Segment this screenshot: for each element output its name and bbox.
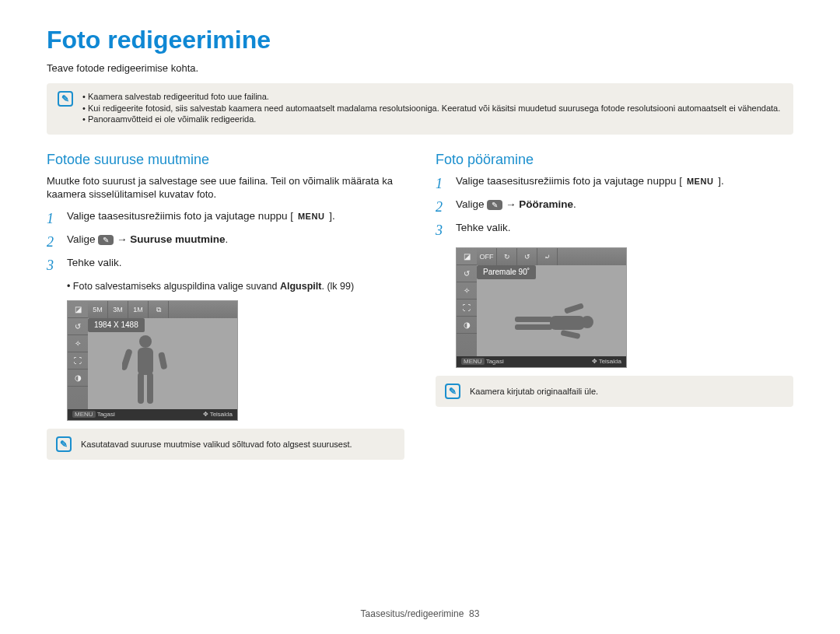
top-info-list: Kaamera salvestab redigeeritud foto uue … [82,91,780,126]
edit-icon: ✎ [487,200,502,211]
menu-chip: MENU [461,358,485,365]
svg-rect-10 [564,303,584,314]
rotate-note: ✎ Kaamera kirjutab originaalfaili üle. [436,376,793,407]
svg-rect-5 [158,352,167,370]
sidebar-icon: ✧ [68,335,88,352]
resize-section: Fotode suuruse muutmine Muutke foto suur… [47,150,404,460]
rotate-screenshot: ◪ ↺ ✧ ⛶ ◑ OFF ↻ ↺ ⤾ Paremale 90˚ [456,247,627,368]
menu-button[interactable]: MENU [293,211,329,222]
topbar-icon: 3M [108,301,128,318]
page-title: Foto redigeerimine [47,23,793,57]
svg-rect-7 [550,316,585,330]
svg-rect-9 [515,324,552,330]
sidebar-icon: ✧ [457,282,477,299]
sidebar-icon: ◪ [457,248,477,265]
page-footer: Taasesitus/redigeerimine 83 [0,608,840,620]
resize-topbar: 5M 3M 1M ⧉ [88,301,237,318]
person-silhouette [122,332,169,410]
resize-note: ✎ Kasutatavad suuruse muutmise valikud s… [47,429,404,460]
topbar-icon: 1M [128,301,149,318]
info-item: Kui redigeerite fotosid, siis salvestab … [82,103,780,114]
page-subtitle: Teave fotode redigeerimise kohta. [47,61,793,75]
step-text: Valige ✎ → Suuruse muutmine. [67,233,228,247]
sidebar-icon: ⛶ [68,352,88,370]
rotate-footbar: MENU Tagasi ✥ Teisalda [457,356,626,367]
step-number: 3 [47,256,59,275]
sidebar-icon: ◑ [68,370,88,387]
sidebar-icon: ↺ [68,318,88,335]
step-number: 3 [436,221,448,240]
svg-rect-8 [515,317,552,322]
svg-rect-11 [561,330,581,339]
resize-step-1: 1 Valige taasesitusrežiimis foto ja vaju… [47,209,404,228]
resize-bullet: Foto salvestamiseks alguspildina valige … [67,280,404,293]
svg-rect-2 [138,373,144,404]
topbar-icon: ↻ [497,248,517,265]
resize-size-label: 1984 X 1488 [88,318,145,332]
svg-rect-1 [138,348,153,375]
resize-heading: Fotode suuruse muutmine [47,150,404,169]
resize-footbar: MENU Tagasi ✥ Teisalda [68,409,237,420]
svg-rect-4 [122,349,133,371]
step-number: 2 [436,198,448,216]
step-text: Valige taasesitusrežiimis foto ja vajuta… [456,174,724,188]
step-text: Tehke valik. [456,221,511,235]
rotate-section: Foto pööramine 1 Valige taasesitusrežiim… [436,150,793,460]
menu-button[interactable]: MENU [682,176,718,187]
info-item: Panoraamvõtteid ei ole võimalik redigeer… [82,114,780,125]
step-number: 2 [47,233,59,251]
sidebar-icon: ◑ [457,317,477,334]
resize-screenshot: ◪ ↺ ✧ ⛶ ◑ 5M 3M 1M ⧉ 1984 X 1488 [67,300,238,421]
svg-point-0 [139,335,152,348]
sidebar-icon: ◪ [68,301,88,318]
sidebar-icon: ⛶ [457,299,477,317]
sidebar-icon: ↺ [457,265,477,282]
top-info-box: ✎ Kaamera salvestab redigeeritud foto uu… [47,83,793,135]
step-number: 1 [436,174,448,193]
rotate-label: Paremale 90˚ [477,265,536,279]
rotate-step-2: 2 Valige ✎ → Pööramine. [436,198,793,216]
svg-rect-3 [147,373,153,404]
step-number: 1 [47,209,59,228]
resize-desc: Muutke foto suurust ja salvestage see uu… [47,174,404,201]
rotate-step-3: 3 Tehke valik. [436,221,793,240]
rotate-heading: Foto pööramine [436,150,793,169]
topbar-icon: OFF [477,248,497,265]
topbar-icon: ⧉ [149,301,169,318]
rotate-sidebar: ◪ ↺ ✧ ⛶ ◑ [457,248,477,367]
pencil-icon: ✎ [445,384,460,399]
resize-step-2: 2 Valige ✎ → Suuruse muutmine. [47,233,404,251]
info-item: Kaamera salvestab redigeeritud foto uue … [82,91,780,103]
topbar-icon: ⤾ [537,248,558,265]
rotate-topbar: OFF ↻ ↺ ⤾ [477,248,626,265]
rotate-step-1: 1 Valige taasesitusrežiimis foto ja vaju… [436,174,793,193]
pencil-icon: ✎ [56,436,72,452]
edit-icon: ✎ [98,235,114,246]
resize-sidebar: ◪ ↺ ✧ ⛶ ◑ [68,301,88,420]
step-text: Valige ✎ → Pööramine. [456,198,576,212]
topbar-icon: 5M [88,301,108,318]
step-text: Valige taasesitusrežiimis foto ja vajuta… [67,209,335,223]
topbar-icon: ↺ [517,248,537,265]
step-text: Tehke valik. [67,256,122,270]
resize-step-3: 3 Tehke valik. [47,256,404,275]
person-silhouette-lying [503,303,597,342]
menu-chip: MENU [72,411,96,418]
pencil-icon: ✎ [58,91,73,107]
